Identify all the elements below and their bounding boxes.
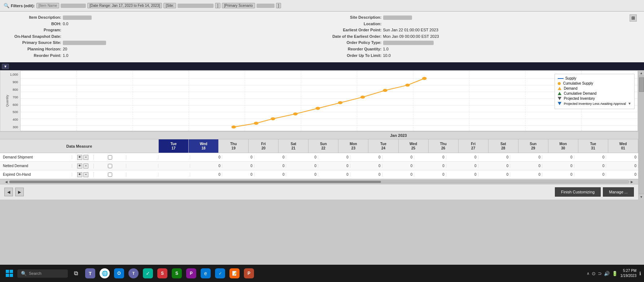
- date-num-9: 26: [441, 146, 445, 151]
- expired-on-hand-graph: [94, 173, 126, 177]
- date-num-1: 18: [202, 146, 206, 151]
- windows-logo-icon: [6, 270, 13, 277]
- info-row-boh: BOH: 0.0: [4, 21, 317, 27]
- info-row-location: Location:: [324, 21, 637, 27]
- netted-demand-cell-10: 0: [446, 164, 478, 168]
- network-icon[interactable]: ⊙: [592, 271, 596, 276]
- demand-shipment-checkbox[interactable]: [108, 155, 112, 160]
- volume-icon[interactable]: 🔊: [604, 271, 610, 276]
- vscroll-up-arrow[interactable]: ▲: [639, 70, 644, 76]
- notification-icon[interactable]: ℹ: [639, 271, 641, 276]
- netted-demand-graph: [94, 164, 126, 168]
- date-day-12: Sun: [530, 142, 536, 146]
- expired-on-hand-eye-btn[interactable]: 👁: [77, 172, 82, 177]
- todo-icon[interactable]: ✓: [214, 267, 227, 280]
- wifi-icon[interactable]: ⊃: [598, 271, 602, 276]
- expired-on-hand-cell-15: 0: [606, 173, 638, 176]
- expired-on-hand-plus-btn[interactable]: +: [83, 172, 88, 177]
- date-col-sun-22: Sun 22: [308, 139, 338, 153]
- expired-on-hand-checkbox[interactable]: [108, 173, 112, 177]
- reorder-point-value: 1.0: [63, 53, 68, 59]
- legend-cum-supply: Cumulative Supply: [558, 81, 631, 85]
- netted-demand-eye-btn[interactable]: 👁: [77, 164, 82, 169]
- filters-label[interactable]: Filters (edit):: [11, 4, 35, 8]
- filter-tag-item: [Item Name: [36, 3, 60, 8]
- legend-expand-btn[interactable]: ▼: [628, 102, 631, 106]
- taskbar-search-bar[interactable]: 🔍 Search: [17, 269, 68, 278]
- reorder-qty-value: 1.0: [383, 46, 389, 53]
- checkmark-icon[interactable]: ✓: [141, 267, 154, 280]
- collapse-toggle-btn[interactable]: ▼: [2, 64, 9, 69]
- date-col-mon-23: Mon 23: [338, 139, 368, 153]
- date-num-2: 19: [232, 146, 236, 151]
- item-desc-value: [63, 15, 92, 20]
- outlook-icon[interactable]: O: [113, 267, 126, 280]
- snapshot-label: On-Hand Snapshot Date:: [4, 33, 61, 40]
- demand-shipment-cell-1: [158, 155, 190, 159]
- expand-icon[interactable]: ⊞: [630, 14, 637, 22]
- demand-shipment-cell-3: 0: [222, 155, 254, 159]
- date-num-5: 22: [321, 146, 325, 151]
- svg-point-25: [383, 89, 387, 92]
- location-label: Location:: [324, 21, 382, 27]
- windows-start-button[interactable]: [3, 267, 16, 280]
- vscroll-right[interactable]: ▲ ▼: [638, 70, 644, 200]
- demand-shipment-cells: 0 0 0 0 0 0 0 0 0 0 0 0 0 0: [126, 155, 638, 159]
- table-row-expired-on-hand: Expired On-Hand 👁 + 0 0 0 0: [0, 170, 638, 179]
- chevron-up-icon[interactable]: ∧: [587, 271, 590, 276]
- app-s-red-icon[interactable]: S: [156, 267, 169, 280]
- svg-rect-30: [6, 274, 9, 277]
- info-row-reorder-point: Reorder Point: 1.0: [4, 53, 317, 59]
- hscroll-thumb[interactable]: [9, 181, 381, 183]
- netted-demand-cell-11: 0: [478, 164, 511, 168]
- demand-shipment-graph: [94, 155, 126, 160]
- legend-proj-inv-less-label: Projected Inventory Less Awaiting Approv…: [564, 102, 626, 106]
- vscroll-thumb[interactable]: [639, 77, 644, 92]
- date-day-11: Sat: [500, 142, 506, 146]
- vscroll-down-arrow[interactable]: ▼: [639, 194, 644, 200]
- planning-horizon-value: 20: [63, 46, 67, 53]
- earliest-order-point-value: Sun Jan 22 01:00:00 EST 2023: [383, 27, 438, 33]
- expired-on-hand-label: Expired On-Hand: [0, 173, 72, 176]
- hscroll-right-arrow[interactable]: ▶: [631, 180, 633, 184]
- sticky-notes-icon[interactable]: 📝: [228, 267, 241, 280]
- teams2-icon[interactable]: T: [127, 267, 140, 280]
- battery-icon[interactable]: 🔋: [612, 271, 618, 276]
- left-info: Item Description: BOH: 0.0 Program: On-H…: [4, 14, 317, 59]
- site-desc-label: Site Description:: [324, 14, 382, 21]
- netted-demand-cell-1: [158, 164, 190, 168]
- taskview-icon[interactable]: ⧉: [69, 267, 82, 280]
- manage-button[interactable]: Manage ...: [603, 187, 634, 197]
- taskbar-clock[interactable]: 5:27 PM 1/19/2023: [621, 268, 637, 278]
- legend-demand: Demand: [558, 86, 631, 90]
- netted-demand-plus-btn[interactable]: +: [83, 164, 88, 169]
- nav-next-btn[interactable]: ▶: [15, 188, 24, 196]
- info-grid: Item Description: BOH: 0.0 Program: On-H…: [4, 14, 637, 59]
- y-axis-val-600: 600: [13, 103, 18, 107]
- netted-demand-cells: 0 0 0 0 0 0 0 0 0 0 0 0 0 0: [126, 164, 638, 168]
- date-col-wed-25: Wed 25: [399, 139, 429, 153]
- teams-icon[interactable]: T: [84, 267, 97, 280]
- app-p-icon[interactable]: P: [185, 267, 198, 280]
- legend-cum-demand-icon: [558, 92, 561, 95]
- finish-customizing-button[interactable]: Finish Customizing: [555, 187, 601, 197]
- demand-shipment-plus-btn[interactable]: +: [83, 155, 88, 160]
- demand-shipment-eye-btn[interactable]: 👁: [77, 155, 82, 160]
- demand-shipment-cell-4: 0: [254, 155, 286, 159]
- netted-demand-cell-0: [126, 164, 158, 168]
- system-tray[interactable]: ∧ ⊙ ⊃ 🔊 🔋: [587, 271, 618, 276]
- y-axis-val-500: 500: [13, 110, 18, 114]
- app-s-green-icon[interactable]: S: [170, 267, 183, 280]
- chrome-icon[interactable]: 🌐: [98, 267, 111, 280]
- filter-tag-end: ]: [276, 3, 281, 8]
- date-col-tue-24: Tue 24: [368, 139, 398, 153]
- hscroll-bar[interactable]: ◀ ▶: [0, 179, 638, 184]
- netted-demand-cell-12: 0: [510, 164, 542, 168]
- powerpoint-icon[interactable]: P: [242, 267, 255, 280]
- hscroll-left-arrow[interactable]: ◀: [5, 180, 8, 184]
- hscroll-track: [9, 180, 629, 183]
- netted-demand-checkbox[interactable]: [108, 164, 112, 168]
- edge-icon[interactable]: e: [199, 267, 212, 280]
- date-day-8: Wed: [409, 142, 417, 146]
- nav-prev-btn[interactable]: ◀: [4, 188, 13, 196]
